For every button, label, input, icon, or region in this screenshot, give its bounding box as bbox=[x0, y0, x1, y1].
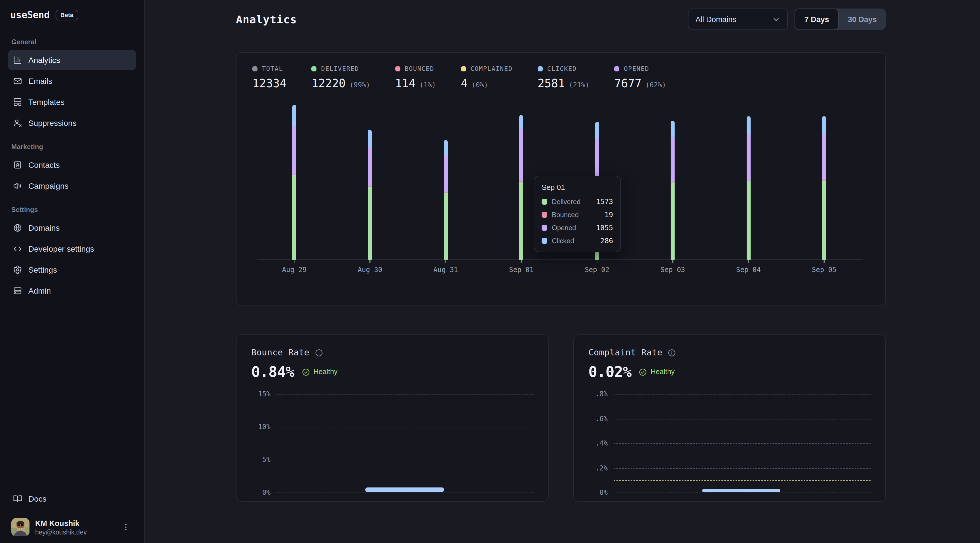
y-axis-label: 0% bbox=[251, 489, 270, 497]
bar-segment-delivered bbox=[671, 183, 675, 260]
user-x-icon bbox=[13, 119, 22, 127]
tooltip-value: 1055 bbox=[596, 223, 613, 232]
sidebar-item-domains[interactable]: Domains bbox=[8, 218, 136, 238]
sidebar-footer: Docs KM Ko bbox=[8, 489, 136, 543]
tooltip-value: 1573 bbox=[596, 197, 613, 206]
code-icon bbox=[13, 244, 22, 253]
globe-icon bbox=[13, 223, 22, 232]
sidebar-item-label: Domains bbox=[29, 223, 60, 232]
threshold-line-danger bbox=[276, 427, 533, 427]
y-axis-label: .6% bbox=[589, 414, 608, 422]
avatar bbox=[11, 518, 30, 536]
sidebar-item-label: Campaigns bbox=[29, 181, 68, 191]
complaint-rate-card: Complaint Rate 0.02% Healthy .8%.6%.4%.2… bbox=[573, 334, 886, 502]
stat-clicked: CLICKED2581(21%) bbox=[538, 65, 590, 90]
bar-sep-01[interactable] bbox=[520, 115, 523, 260]
analytics-chart-card: TOTAL12334DELIVERED12220(99%)BOUNCED114(… bbox=[236, 52, 886, 306]
bounce-health-badge: Healthy bbox=[302, 368, 338, 376]
stat-opened: OPENED7677(62%) bbox=[614, 65, 666, 90]
stat-value: 12334 bbox=[252, 76, 286, 90]
stat-label: OPENED bbox=[624, 65, 649, 73]
sidebar-item-settings[interactable]: Settings bbox=[8, 260, 136, 280]
stat-dot bbox=[395, 66, 400, 71]
x-axis-tick bbox=[369, 260, 370, 263]
sidebar: useSend Beta GeneralAnalyticsEmailsTempl… bbox=[0, 0, 145, 543]
app-window: useSend Beta GeneralAnalyticsEmailsTempl… bbox=[0, 0, 980, 543]
chevron-down-icon bbox=[772, 15, 781, 24]
bar-segment-opened bbox=[520, 129, 523, 181]
stat-percentage: (99%) bbox=[350, 81, 370, 89]
bar-segment-clicked bbox=[822, 116, 826, 133]
bounce-rate-chart: 15%10%5%0% bbox=[251, 388, 533, 499]
sidebar-item-label: Analytics bbox=[29, 56, 60, 65]
bar-sep-04[interactable] bbox=[746, 116, 750, 260]
rate-indicator-bar bbox=[702, 489, 780, 492]
bar-aug-29[interactable] bbox=[292, 105, 296, 260]
stat-label: COMPLAINED bbox=[471, 65, 512, 73]
sidebar-nav: GeneralAnalyticsEmailsTemplatesSuppressi… bbox=[8, 29, 136, 302]
sidebar-item-docs[interactable]: Docs bbox=[8, 489, 136, 509]
x-axis-label: Sep 05 bbox=[812, 266, 837, 274]
domain-filter-select[interactable]: All Domains bbox=[688, 8, 788, 30]
y-axis-label: 15% bbox=[251, 390, 270, 398]
bar-segment-delivered bbox=[520, 182, 523, 260]
threshold-line-warning bbox=[276, 460, 533, 460]
bar-aug-31[interactable] bbox=[444, 140, 448, 260]
topbar: Analytics All Domains 7 Days30 Days bbox=[145, 0, 980, 30]
check-circle-icon bbox=[639, 368, 648, 376]
sidebar-item-label: Suppressions bbox=[29, 119, 76, 127]
tooltip-row-clicked: Clicked286 bbox=[542, 237, 613, 245]
info-icon[interactable] bbox=[668, 348, 676, 357]
x-axis-label: Aug 31 bbox=[433, 266, 458, 274]
tooltip-label: Delivered bbox=[552, 197, 581, 205]
rate-cards-row: Bounce Rate 0.84% Healthy 15%10%5%0% bbox=[236, 334, 886, 502]
threshold-line-warning bbox=[613, 480, 870, 481]
tooltip-value: 19 bbox=[605, 210, 613, 219]
tooltip-date: Sep 01 bbox=[542, 183, 613, 192]
bar-segment-clicked bbox=[671, 121, 675, 137]
bar-segment-opened bbox=[444, 155, 448, 192]
sidebar-item-campaigns[interactable]: Campaigns bbox=[8, 176, 136, 196]
mail-icon bbox=[13, 76, 22, 86]
bar-segment-opened bbox=[746, 134, 750, 181]
stat-percentage: (21%) bbox=[569, 81, 589, 89]
threshold-line-danger bbox=[613, 431, 870, 432]
range-option-30-days[interactable]: 30 Days bbox=[839, 8, 886, 30]
tooltip-swatch bbox=[542, 212, 547, 218]
bounce-health-label: Healthy bbox=[313, 368, 338, 376]
sidebar-item-admin[interactable]: Admin bbox=[8, 281, 136, 301]
tooltip-value: 286 bbox=[600, 237, 613, 245]
sidebar-item-suppressions[interactable]: Suppressions bbox=[8, 113, 136, 133]
gridline bbox=[613, 492, 870, 493]
sidebar-item-contacts[interactable]: Contacts bbox=[8, 155, 136, 175]
user-menu-kebab-icon[interactable] bbox=[119, 520, 133, 534]
bar-segment-clicked bbox=[746, 116, 750, 134]
bar-aug-30[interactable] bbox=[368, 130, 372, 260]
stat-percentage: (62%) bbox=[646, 81, 666, 89]
complaint-health-badge: Healthy bbox=[639, 368, 675, 376]
gridline bbox=[613, 443, 870, 444]
sidebar-item-developer-settings[interactable]: Developer settings bbox=[8, 239, 136, 259]
stat-total: TOTAL12334 bbox=[252, 65, 286, 90]
bar-segment-opened bbox=[368, 146, 372, 186]
megaphone-icon bbox=[13, 181, 22, 191]
bar-sep-03[interactable] bbox=[671, 121, 675, 260]
sidebar-item-templates[interactable]: Templates bbox=[8, 92, 136, 112]
sidebar-item-emails[interactable]: Emails bbox=[8, 71, 136, 91]
sidebar-item-analytics[interactable]: Analytics bbox=[8, 50, 136, 70]
domain-filter-value: All Domains bbox=[695, 15, 737, 24]
y-axis-label: 10% bbox=[251, 423, 270, 431]
info-icon[interactable] bbox=[315, 348, 323, 357]
sidebar-item-label: Settings bbox=[29, 265, 57, 274]
user-profile[interactable]: KM Koushik hey@koushik.dev bbox=[8, 514, 136, 537]
x-axis-label: Sep 01 bbox=[509, 266, 534, 274]
stat-bounced: BOUNCED114(1%) bbox=[395, 65, 436, 90]
complaint-rate-value: 0.02% bbox=[589, 363, 632, 380]
range-option-7-days[interactable]: 7 Days bbox=[795, 8, 839, 30]
sidebar-item-label: Admin bbox=[29, 286, 51, 295]
bar-segment-delivered bbox=[822, 181, 826, 260]
bar-sep-05[interactable] bbox=[822, 116, 826, 260]
stat-percentage: (0%) bbox=[472, 81, 488, 89]
mini-chart-plot bbox=[276, 388, 533, 499]
y-axis-label: 0% bbox=[589, 489, 608, 497]
